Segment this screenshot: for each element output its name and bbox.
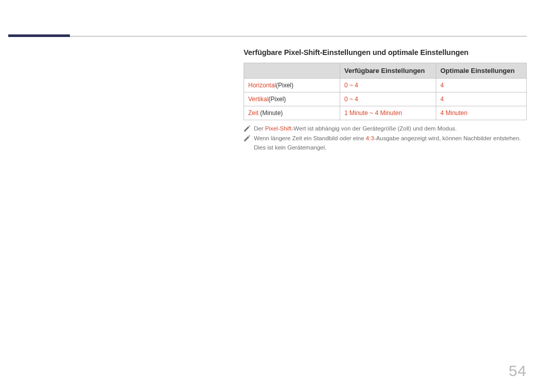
row-available: 0 ~ 4 xyxy=(340,92,436,106)
row-label: Zeit (Minute) xyxy=(244,106,340,120)
table-row: Vertikal(Pixel) 0 ~ 4 4 xyxy=(244,92,527,106)
top-divider xyxy=(28,36,527,36)
table-row: Zeit (Minute) 1 Minute ~ 4 Minuten 4 Min… xyxy=(244,106,527,120)
note-text: Wenn längere Zeit ein Standbild oder ein… xyxy=(254,135,521,150)
row-label-hl: Zeit xyxy=(248,109,258,117)
top-divider-accent xyxy=(8,34,70,37)
table-header-empty xyxy=(244,63,340,79)
row-optimal: 4 xyxy=(436,92,527,106)
notes: Der Pixel-Shift-Wert ist abhängig von de… xyxy=(244,124,527,152)
table-header-available: Verfügbare Einstellungen xyxy=(340,63,436,79)
row-available: 1 Minute ~ 4 Minuten xyxy=(340,106,436,120)
section-title: Verfügbare Pixel-Shift-Einstellungen und… xyxy=(244,48,527,57)
content-block: Verfügbare Pixel-Shift-Einstellungen und… xyxy=(244,48,527,152)
row-optimal: 4 Minuten xyxy=(436,106,527,120)
table-row: Horizontal(Pixel) 0 ~ 4 4 xyxy=(244,79,527,92)
row-label-rest: (Minute) xyxy=(258,109,283,117)
note: Wenn längere Zeit ein Standbild oder ein… xyxy=(244,134,527,152)
row-available: 0 ~ 4 xyxy=(340,79,436,92)
note-text: Der Pixel-Shift-Wert ist abhängig von de… xyxy=(254,125,457,132)
note: Der Pixel-Shift-Wert ist abhängig von de… xyxy=(244,124,527,133)
row-label-hl: Horizontal xyxy=(248,82,276,89)
page-number: 54 xyxy=(509,362,527,380)
pencil-icon xyxy=(244,135,251,141)
page: Verfügbare Pixel-Shift-Einstellungen und… xyxy=(0,0,555,392)
row-label-rest: (Pixel) xyxy=(268,96,286,103)
row-label: Horizontal(Pixel) xyxy=(244,79,340,92)
settings-table: Verfügbare Einstellungen Optimale Einste… xyxy=(244,63,527,120)
row-optimal: 4 xyxy=(436,79,527,92)
pencil-icon xyxy=(244,125,251,132)
row-label-hl: Vertikal xyxy=(248,96,268,103)
row-label: Vertikal(Pixel) xyxy=(244,92,340,106)
row-label-rest: (Pixel) xyxy=(276,82,293,89)
table-header-optimal: Optimale Einstellungen xyxy=(436,63,527,79)
table-header-row: Verfügbare Einstellungen Optimale Einste… xyxy=(244,63,527,79)
